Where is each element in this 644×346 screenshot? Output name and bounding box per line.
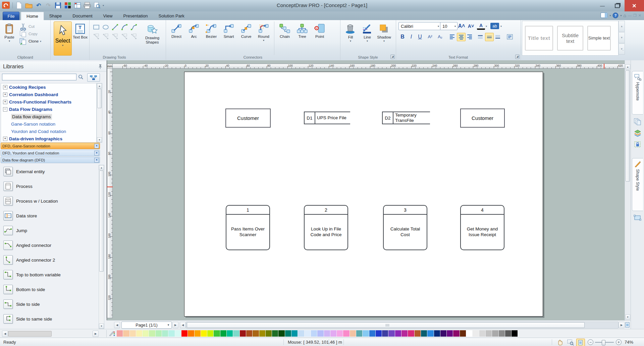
subscript-button[interactable]: A₂	[436, 33, 444, 41]
font-family-combo[interactable]: Calibri▾	[398, 22, 441, 30]
color-swatch[interactable]	[512, 330, 518, 337]
library-tree-view-button[interactable]	[87, 73, 100, 82]
zoom-slider-thumb[interactable]	[602, 340, 605, 345]
panels-icon[interactable]	[600, 12, 608, 18]
connector-bezier-button[interactable]: Bezier	[203, 21, 220, 54]
expand-icon[interactable]: +	[3, 92, 7, 97]
line-tool-icon[interactable]	[111, 23, 119, 31]
help-dropdown-arrow[interactable]: ▾	[620, 14, 622, 17]
color-swatch[interactable]	[175, 330, 181, 337]
hscroll-right-button[interactable]: ▶	[619, 322, 625, 328]
expand-icon[interactable]: +	[3, 100, 7, 104]
color-swatch[interactable]	[356, 330, 363, 337]
tree-item-cross-functional-flowcharts[interactable]: +Cross-Functional Flowcharts	[1, 98, 96, 106]
expand-icon[interactable]: +	[3, 85, 7, 89]
zoom-in-button[interactable]: +	[616, 339, 622, 345]
superscript-button[interactable]: A²	[426, 33, 434, 41]
color-swatch[interactable]	[440, 330, 447, 337]
fill-button[interactable]: Fill▾	[342, 21, 359, 54]
tree-item-cooking-recipes[interactable]: +Cooking Recipes	[1, 83, 96, 91]
font-color-button[interactable]: A	[477, 22, 485, 30]
gallery-more-button[interactable]: ▼̲	[619, 44, 625, 55]
color-swatch[interactable]	[453, 330, 460, 337]
tree-item-gane-sarson-notation[interactable]: Gane-Sarson notation	[1, 120, 96, 128]
zoom-out-button[interactable]: −	[588, 339, 593, 345]
align-right-button[interactable]	[466, 33, 474, 41]
library-shape-process[interactable]: Process	[0, 179, 97, 194]
align-left-button[interactable]	[448, 33, 456, 41]
color-swatch[interactable]	[479, 330, 486, 337]
curve-tool-icon[interactable]	[129, 23, 138, 31]
library-search-input[interactable]	[2, 74, 76, 80]
tab-file[interactable]: File	[3, 12, 19, 21]
shape-style-dialog-launcher[interactable]: ◢	[390, 55, 395, 59]
color-swatch[interactable]	[499, 330, 505, 337]
canvas-scroll-up[interactable]: ▲	[625, 64, 630, 69]
color-swatch[interactable]	[492, 330, 498, 337]
color-swatch[interactable]	[149, 330, 155, 337]
color-swatch[interactable]	[123, 330, 129, 337]
color-swatch[interactable]	[311, 330, 317, 337]
tree-scroll-up[interactable]: ▲	[97, 83, 102, 88]
hscroll-left-button[interactable]: ◀	[180, 322, 186, 328]
color-swatch[interactable]	[285, 330, 291, 337]
restore-button[interactable]	[610, 0, 625, 11]
dfd-process-1[interactable]: 1 Pass Items Over Scanner	[226, 205, 270, 250]
close-button[interactable]: ✕	[625, 0, 644, 11]
color-swatch[interactable]	[201, 330, 207, 337]
library-shape-top-to-bottom-variable[interactable]: Top to bottom variable	[0, 267, 97, 282]
collapse-icon[interactable]: −	[3, 107, 7, 112]
tab-home[interactable]: Home	[21, 12, 44, 20]
connector-tree-button[interactable]: Tree	[293, 21, 311, 54]
library-shape-angled-connector[interactable]: Angled connector	[0, 238, 97, 253]
tree-item-data-driven-infographics[interactable]: +Data-driven Infographics	[1, 135, 96, 142]
tree-item-data-flow-diagrams[interactable]: Data flow diagrams	[1, 113, 96, 120]
prev-page-button[interactable]: ◀	[114, 322, 120, 328]
color-swatch[interactable]	[195, 330, 201, 337]
text-format-dialog-launcher[interactable]: ◢	[515, 55, 520, 59]
library-shape-angled-connector-2[interactable]: Angled connector 2	[0, 253, 97, 267]
color-swatch[interactable]	[117, 330, 123, 337]
close-library-icon[interactable]: ✕	[94, 158, 99, 162]
color-swatch[interactable]	[401, 330, 408, 337]
color-swatch[interactable]	[427, 330, 434, 337]
shape-list-scroll-up[interactable]: ▲	[99, 165, 104, 170]
tab-solution-park[interactable]: Solution Park	[153, 12, 190, 20]
color-swatch[interactable]	[278, 330, 285, 337]
align-bottom-button[interactable]	[494, 33, 502, 41]
canvas-scroll-down[interactable]: ▼	[625, 315, 630, 320]
connector-arc-button[interactable]: Arc	[185, 21, 203, 54]
color-swatch[interactable]	[220, 330, 227, 337]
connector-round-button[interactable]: Round▾	[255, 21, 272, 54]
bold-button[interactable]: B	[398, 33, 407, 41]
color-swatch[interactable]	[343, 330, 350, 337]
child-restore-icon[interactable]: ❐	[633, 13, 637, 18]
align-middle-button[interactable]	[485, 33, 494, 41]
library-shape-bottom-to-side[interactable]: Bottom to side	[0, 282, 97, 297]
library-bar-data-flow-diagram-dfd[interactable]: Data flow diagram (DFD)✕	[1, 157, 100, 163]
text-box-button[interactable]: T Text Box	[72, 21, 88, 54]
panel-hscroll-thumb[interactable]	[8, 331, 52, 337]
tab-presentation[interactable]: Presentation	[118, 12, 153, 20]
dfd-external-entity-customer-3[interactable]: Customer	[460, 109, 505, 128]
color-swatch[interactable]	[227, 330, 233, 337]
grow-font-button[interactable]: A˄	[458, 22, 466, 30]
minimize-button[interactable]: —	[595, 0, 610, 11]
color-swatch[interactable]	[298, 330, 304, 337]
color-swatch[interactable]	[421, 330, 427, 337]
color-swatch[interactable]	[369, 330, 376, 337]
font-color-arrow[interactable]: ▾	[486, 25, 487, 28]
connector-direct-button[interactable]: Direct	[168, 21, 185, 54]
tree-scrollbar[interactable]: ▲ ▼	[97, 83, 102, 143]
color-swatch[interactable]	[415, 330, 421, 337]
color-swatch[interactable]	[466, 330, 473, 337]
color-swatch[interactable]	[337, 330, 343, 337]
line-button[interactable]: Line▾	[359, 21, 376, 54]
dfd-process-4[interactable]: 4 Get Money and Issue Receipt	[460, 205, 504, 250]
fit-to-page-button[interactable]	[576, 339, 585, 346]
search-icon[interactable]	[78, 74, 84, 80]
tree-scroll-thumb[interactable]	[97, 89, 102, 108]
color-swatch[interactable]	[272, 330, 278, 337]
close-library-icon[interactable]: ✕	[94, 151, 99, 155]
library-shape-process-w-location[interactable]: Process w / Location	[0, 194, 97, 208]
